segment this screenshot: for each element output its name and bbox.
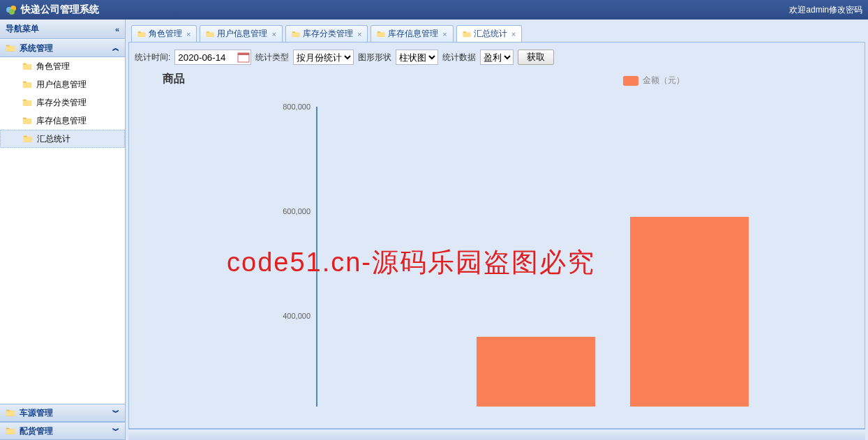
legend-label: 金额（元）: [643, 75, 684, 86]
data-select[interactable]: 盈利: [480, 50, 514, 65]
tab-label: 汇总统计: [474, 28, 507, 40]
welcome-text[interactable]: 欢迎admin修改密码: [789, 4, 862, 16]
sidebar-item-label: 库存信息管理: [36, 115, 87, 127]
bar-0: [477, 337, 595, 407]
chevron-down-icon: ︾: [112, 408, 119, 418]
accordion-title: 配货管理: [20, 425, 53, 437]
sidebar-item-label: 汇总统计: [37, 133, 70, 145]
close-icon[interactable]: ×: [357, 30, 361, 38]
chart-area: 商品 金额（元） 800,000 600,000 400,000: [135, 72, 859, 427]
folder-icon: [463, 30, 471, 38]
topbar: 快递公司管理系统 欢迎admin修改密码: [0, 0, 868, 20]
shape-label: 图形形状: [358, 52, 391, 63]
tab-role[interactable]: 角色管理 ×: [131, 25, 197, 42]
tab-label: 库存分类管理: [303, 28, 353, 40]
folder-icon: [6, 43, 15, 53]
sidebar-item-role[interactable]: 角色管理: [0, 57, 125, 75]
sidebar-item-label: 用户信息管理: [36, 79, 87, 91]
folder-icon: [137, 30, 146, 38]
toolbar: 统计时间: 统计类型 按月份统计 图形形状 柱状图 统计数据 盈利 获取: [135, 48, 859, 66]
chevron-down-icon: ︾: [112, 426, 119, 436]
sidebar-item-stock-info[interactable]: 库存信息管理: [0, 112, 125, 130]
type-label: 统计类型: [255, 52, 289, 63]
tab-body: 统计时间: 统计类型 按月份统计 图形形状 柱状图 统计数据 盈利 获取 商品 …: [128, 42, 865, 429]
legend-swatch: [623, 76, 638, 86]
shape-select[interactable]: 柱状图: [396, 50, 438, 65]
fetch-button[interactable]: 获取: [518, 50, 554, 65]
y-tick: 600,000: [283, 207, 310, 215]
close-icon[interactable]: ×: [271, 30, 276, 38]
sidebar-title: 导航菜单: [6, 23, 39, 35]
data-label: 统计数据: [442, 52, 476, 63]
sidebar: 导航菜单 « 系统管理 ︽ 角色管理 用户信息管理: [0, 20, 126, 440]
close-icon[interactable]: ×: [511, 30, 516, 38]
chart-plot: 800,000 600,000 400,000: [267, 107, 825, 420]
bar-1: [630, 217, 749, 407]
chevron-up-icon: ︽: [112, 43, 119, 53]
folder-icon: [22, 116, 32, 126]
close-icon[interactable]: ×: [442, 30, 447, 38]
y-tick: 800,000: [283, 103, 310, 111]
tab-summary[interactable]: 汇总统计 ×: [456, 25, 522, 42]
folder-icon: [22, 61, 32, 71]
sidebar-item-stock-cat[interactable]: 库存分类管理: [0, 93, 125, 112]
y-axis: 800,000 600,000 400,000: [267, 107, 316, 420]
accordion-title: 车源管理: [20, 407, 53, 419]
tab-stock-info[interactable]: 库存信息管理 ×: [371, 25, 453, 42]
type-select[interactable]: 按月份统计: [293, 50, 354, 65]
calendar-icon[interactable]: [237, 51, 250, 63]
tab-stock-cat[interactable]: 库存分类管理 ×: [285, 25, 368, 42]
y-tick: 400,000: [283, 312, 310, 320]
folder-icon: [23, 134, 33, 144]
statusbar: [128, 429, 865, 440]
sidebar-item-label: 角色管理: [36, 61, 70, 73]
folder-icon: [22, 98, 32, 107]
content-area: 角色管理 × 用户信息管理 × 库存分类管理 × 库存信息管理 × 汇总统计: [126, 20, 868, 440]
sidebar-item-summary[interactable]: 汇总统计: [0, 130, 125, 148]
svg-point-2: [9, 9, 15, 15]
accordion-title: 系统管理: [20, 43, 53, 54]
accordion-header-vehicle[interactable]: 车源管理 ︾: [0, 404, 125, 422]
folder-icon: [292, 30, 300, 38]
tabstrip: 角色管理 × 用户信息管理 × 库存分类管理 × 库存信息管理 × 汇总统计: [128, 22, 865, 42]
app-title: 快递公司管理系统: [21, 3, 99, 16]
accordion-header-dispatch[interactable]: 配货管理 ︾: [0, 422, 125, 440]
tab-label: 库存信息管理: [388, 28, 438, 40]
sidebar-item-user[interactable]: 用户信息管理: [0, 75, 125, 93]
tab-label: 角色管理: [149, 28, 182, 40]
app-title-wrap: 快递公司管理系统: [6, 3, 99, 16]
folder-icon: [22, 79, 32, 89]
collapse-icon[interactable]: «: [115, 25, 119, 33]
folder-icon: [377, 30, 385, 38]
sidebar-item-label: 库存分类管理: [36, 97, 87, 109]
chart-legend: 金额（元）: [623, 75, 684, 86]
close-icon[interactable]: ×: [186, 30, 190, 38]
accordion-header-system[interactable]: 系统管理 ︽: [0, 39, 125, 57]
folder-icon: [6, 408, 15, 418]
time-label: 统计时间:: [135, 52, 170, 63]
tab-label: 用户信息管理: [217, 28, 267, 40]
accordion-body-system: 角色管理 用户信息管理 库存分类管理 库存信息管理 汇总统计: [0, 57, 125, 404]
folder-icon: [6, 426, 15, 436]
sidebar-header: 导航菜单 «: [0, 20, 125, 39]
tab-user[interactable]: 用户信息管理 ×: [200, 25, 282, 42]
chart-title: 商品: [163, 72, 859, 86]
bars-container: [316, 107, 825, 407]
folder-icon: [206, 30, 214, 38]
svg-rect-4: [238, 53, 249, 55]
app-logo-icon: [6, 4, 17, 15]
